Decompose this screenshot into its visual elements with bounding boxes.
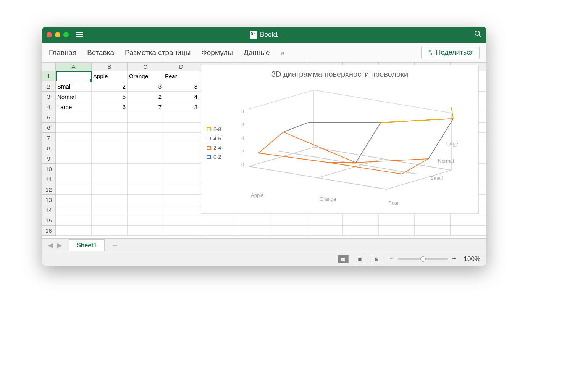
cell-C7[interactable]	[128, 133, 163, 143]
zoom-slider[interactable]	[398, 258, 448, 260]
cell-A12[interactable]	[56, 184, 92, 195]
cell-J16[interactable]	[379, 226, 415, 236]
search-icon[interactable]	[474, 30, 482, 40]
row-header[interactable]: 9	[42, 153, 56, 164]
cell-D12[interactable]	[163, 184, 199, 195]
cell-J15[interactable]	[379, 215, 415, 226]
tab-page-layout[interactable]: Разметка страницы	[125, 48, 191, 57]
row-header[interactable]: 7	[42, 133, 56, 143]
cell-B11[interactable]	[92, 174, 128, 184]
cell-E16[interactable]	[199, 226, 235, 236]
zoom-out-button[interactable]: −	[388, 255, 395, 263]
row-header[interactable]: 14	[42, 205, 56, 215]
share-button[interactable]: Поделиться	[421, 46, 480, 59]
row-header[interactable]: 15	[42, 215, 56, 226]
col-header[interactable]: B	[92, 63, 128, 71]
cell-C10[interactable]	[128, 164, 163, 174]
cell-A16[interactable]	[56, 226, 92, 236]
cell-A8[interactable]	[56, 143, 92, 153]
cell-I16[interactable]	[343, 226, 379, 236]
row-header[interactable]: 16	[42, 226, 56, 236]
cell-C16[interactable]	[128, 226, 163, 236]
cell-C12[interactable]	[128, 184, 163, 195]
cell-C13[interactable]	[128, 195, 163, 205]
cell-E15[interactable]	[199, 215, 235, 226]
cell-A9[interactable]	[56, 153, 92, 164]
cell-C1[interactable]: Orange	[128, 71, 163, 81]
cell-D15[interactable]	[163, 215, 199, 226]
row-header[interactable]: 6	[42, 123, 56, 133]
cell-C3[interactable]: 2	[128, 92, 163, 102]
cell-B10[interactable]	[92, 164, 128, 174]
cell-K16[interactable]	[415, 226, 451, 236]
cell-B3[interactable]: 5	[92, 92, 128, 102]
cell-D8[interactable]	[163, 143, 199, 153]
cell-C14[interactable]	[128, 205, 163, 215]
zoom-thumb[interactable]	[420, 256, 426, 262]
tab-home[interactable]: Главная	[49, 48, 76, 57]
cell-B15[interactable]	[92, 215, 128, 226]
col-header[interactable]: A	[56, 63, 92, 71]
cell-C15[interactable]	[128, 215, 163, 226]
cell-A3[interactable]: Normal	[56, 92, 92, 102]
cell-H16[interactable]	[307, 226, 343, 236]
quick-access-menu[interactable]	[76, 32, 83, 37]
cell-B8[interactable]	[92, 143, 128, 153]
view-page-break-button[interactable]: ⊞	[372, 255, 382, 263]
cell-D13[interactable]	[163, 195, 199, 205]
cell-B12[interactable]	[92, 184, 128, 195]
more-tabs-button[interactable]: »	[281, 48, 285, 57]
cell-D4[interactable]: 8	[163, 102, 199, 112]
row-header[interactable]: 5	[42, 112, 56, 123]
chart-object[interactable]: 3D диаграмма поверхности проволоки 6-8 4…	[201, 65, 479, 214]
cell-D2[interactable]: 3	[163, 81, 199, 92]
cell-C9[interactable]	[128, 153, 163, 164]
cell-B13[interactable]	[92, 195, 128, 205]
cell-D11[interactable]	[163, 174, 199, 184]
tab-data[interactable]: Данные	[244, 48, 270, 57]
cell-C2[interactable]: 3	[128, 81, 163, 92]
cell-L15[interactable]	[451, 215, 486, 226]
sheet-tab[interactable]: Sheet1	[69, 239, 105, 251]
cell-A7[interactable]	[56, 133, 92, 143]
cell-C8[interactable]	[128, 143, 163, 153]
cell-D5[interactable]	[163, 112, 199, 123]
cell-A4[interactable]: Large	[56, 102, 92, 112]
cell-D3[interactable]: 4	[163, 92, 199, 102]
row-header[interactable]: 13	[42, 195, 56, 205]
cell-H15[interactable]	[307, 215, 343, 226]
cell-D7[interactable]	[163, 133, 199, 143]
cell-D10[interactable]	[163, 164, 199, 174]
row-header[interactable]: 2	[42, 81, 56, 92]
cell-I15[interactable]	[343, 215, 379, 226]
cell-B6[interactable]	[92, 123, 128, 133]
cell-C11[interactable]	[128, 174, 163, 184]
row-header[interactable]: 8	[42, 143, 56, 153]
close-button[interactable]	[47, 32, 52, 37]
cell-F16[interactable]	[235, 226, 271, 236]
cell-A15[interactable]	[56, 215, 92, 226]
cell-A2[interactable]: Small	[56, 81, 92, 92]
cell-B2[interactable]: 2	[92, 81, 128, 92]
col-header[interactable]: C	[128, 63, 163, 71]
view-normal-button[interactable]: ▦	[338, 255, 349, 263]
cell-A10[interactable]	[56, 164, 92, 174]
cell-A11[interactable]	[56, 174, 92, 184]
cell-B9[interactable]	[92, 153, 128, 164]
add-sheet-button[interactable]: +	[112, 240, 117, 250]
cell-B7[interactable]	[92, 133, 128, 143]
cell-C6[interactable]	[128, 123, 163, 133]
row-header[interactable]: 12	[42, 184, 56, 195]
row-header[interactable]: 10	[42, 164, 56, 174]
cell-D16[interactable]	[163, 226, 199, 236]
zoom-percent[interactable]: 100%	[464, 255, 480, 263]
cell-B4[interactable]: 6	[92, 102, 128, 112]
cell-C5[interactable]	[128, 112, 163, 123]
maximize-button[interactable]	[63, 32, 69, 37]
cell-B5[interactable]	[92, 112, 128, 123]
cell-L16[interactable]	[451, 226, 486, 236]
zoom-in-button[interactable]: +	[451, 255, 458, 263]
tab-formulas[interactable]: Формулы	[201, 48, 233, 57]
row-header[interactable]: 4	[42, 102, 56, 112]
cell-A5[interactable]	[56, 112, 92, 123]
